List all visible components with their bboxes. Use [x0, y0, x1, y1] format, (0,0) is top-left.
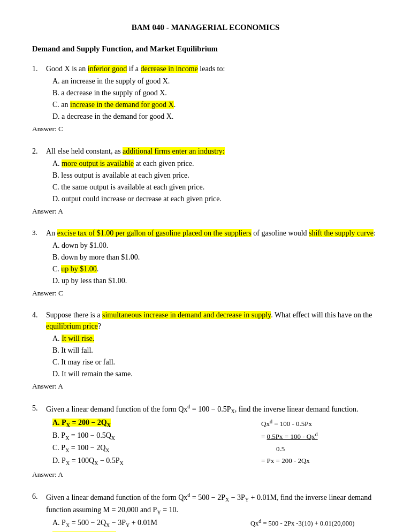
q5-choice-b: B. PX = 100 − 0.5QX [52, 430, 256, 442]
q6-intro: Given a linear demand function of the fo… [46, 491, 379, 516]
question-3: 3. An excise tax of $1.00 per gallon of … [32, 227, 379, 299]
q3-choice-a: A. down by $1.00. [52, 240, 379, 251]
q3-text: An excise tax of $1.00 per gallon of gas… [46, 227, 379, 239]
q4-highlight1: simultaneous increase in demand and decr… [102, 311, 271, 319]
q1-text: Good X is an inferior good if a decrease… [46, 63, 379, 74]
q3-choices: A. down by $1.00. B. down by more than $… [52, 240, 379, 286]
q1-choice-c: C. an increase in the demand for good X. [52, 99, 379, 110]
q1-choice-c-highlight: increase in the demand for good X [70, 101, 174, 109]
q2-text: All else held constant, as additional fi… [46, 146, 379, 157]
q3-choice-b: B. down by more than $1.00. [52, 252, 379, 263]
q5-work-line4: = Px = 200 - 2Qx [261, 455, 379, 467]
q3-choice-d: D. up by less than $1.00. [52, 275, 379, 286]
q3-num: 3. [32, 227, 43, 239]
q6-choices: A. PX = 500 − 2QX − 3PY + 0.01M B. PX = … [52, 517, 245, 532]
q6-layout: A. PX = 500 − 2QX − 3PY + 0.01M B. PX = … [32, 516, 379, 532]
q5-choice-a: A. PX = 200 − 2QX [52, 417, 256, 429]
q4-choice-a: A. It will rise. [52, 333, 379, 344]
q4-choice-b: B. It will fall. [52, 345, 379, 356]
q1-highlight2: decrease in income [141, 65, 198, 73]
page-title: BAM 040 - MANAGERIAL ECONOMICS [32, 21, 379, 34]
q5-num: 5. [32, 402, 43, 415]
q5-intro: Given a linear demand function of the fo… [46, 402, 379, 415]
q2-choices: A. more output is available at each give… [52, 158, 379, 204]
q5-work: Qxd = 100 - 0.5Px = 0.5Px = 100 - Qxd 0.… [261, 416, 379, 468]
q5-layout: A. PX = 200 − 2QX B. PX = 100 − 0.5QX C.… [32, 416, 379, 468]
section-title: Demand and Supply Function, and Market E… [32, 43, 379, 55]
question-6: 6. Given a linear demand function of the… [32, 491, 379, 532]
q6-choice-b: B. PX = 335 − 0.5QX [52, 530, 245, 532]
q5-work-line3: 0.5 [261, 443, 379, 455]
question-5: 5. Given a linear demand function of the… [32, 402, 379, 480]
q2-num: 2. [32, 146, 43, 157]
q2-highlight1: additional firms enter an industry: [123, 147, 225, 155]
q4-choice-a-highlight: It will rise. [62, 335, 94, 343]
q5-choice-d: D. PX = 100QX − 0.5PX [52, 455, 256, 467]
q1-num: 1. [32, 63, 43, 74]
q2-answer: Answer: A [32, 206, 379, 217]
q5-choice-a-highlight: A. PX = 200 − 2QX [52, 419, 111, 427]
question-1: 1. Good X is an inferior good if a decre… [32, 63, 379, 134]
q5-work-line1: Qxd = 100 - 0.5Px [261, 417, 379, 430]
q6-work: Qxd = 500 - 2Px -3(10) + 0.01(20,000) = … [250, 516, 379, 532]
q4-highlight2: equilibrium price [46, 322, 98, 330]
q3-choice-c-highlight: up by $1.00 [61, 265, 97, 273]
q3-choice-c: C. up by $1.00. [52, 263, 379, 275]
q4-choice-c: C. It may rise or fall. [52, 356, 379, 368]
q4-choices: A. It will rise. B. It will fall. C. It … [52, 333, 379, 379]
q5-work-line2: = 0.5Px = 100 - Qxd [261, 430, 379, 443]
q1-answer: Answer: C [32, 124, 379, 134]
q5-choices: A. PX = 200 − 2QX B. PX = 100 − 0.5QX C.… [52, 417, 256, 468]
q3-answer: Answer: C [32, 288, 379, 299]
q5-answer: Answer: A [32, 469, 379, 480]
q4-answer: Answer: A [32, 381, 379, 392]
q1-highlight1: inferior good [88, 65, 127, 73]
q2-choice-d: D. output could increase or decrease at … [52, 193, 379, 204]
question-2: 2. All else held constant, as additional… [32, 146, 379, 217]
q5-choice-c: C. PX = 100 − 2QX [52, 442, 256, 454]
q3-highlight1: excise tax of $1.00 per gallon of gasoli… [57, 229, 252, 237]
q3-highlight2: shift the supply curve [309, 229, 374, 237]
q2-choice-c: C. the same output is available at each … [52, 181, 379, 193]
q6-work-line2: = 500 - 2Px - 30 + 200 [250, 529, 379, 532]
q1-choice-b: B. a decrease in the supply of good X. [52, 87, 379, 98]
q2-choice-a: A. more output is available at each give… [52, 158, 379, 169]
q2-choice-a-highlight: more output is available [62, 159, 134, 168]
q6-work-line1: Qxd = 500 - 2Px -3(10) + 0.01(20,000) [250, 517, 379, 529]
q1-choice-d: D. a decrease in the demand for good X. [52, 111, 379, 122]
q1-choices: A. an increase in the supply of good X. … [52, 75, 379, 122]
q1-choice-a: A. an increase in the supply of good X. [52, 75, 379, 87]
q6-choice-a: A. PX = 500 − 2QX − 3PY + 0.01M [52, 517, 245, 529]
q6-num: 6. [32, 491, 43, 516]
q2-choice-b: B. less output is available at each give… [52, 170, 379, 181]
question-4: 4. Suppose there is a simultaneous incre… [32, 309, 379, 392]
q4-num: 4. [32, 309, 43, 332]
q4-choice-d: D. It will remain the same. [52, 368, 379, 379]
q4-text: Suppose there is a simultaneous increase… [46, 309, 379, 332]
